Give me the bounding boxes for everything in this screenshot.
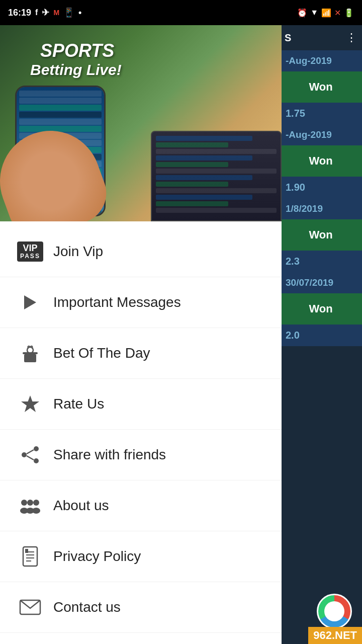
rp-row-won: Won [280,71,362,103]
rp-row-won: Won [280,219,362,251]
svg-line-10 [27,456,34,460]
hero-text-sports: SPORTS [40,40,114,61]
hero-text-betting: Betting Live! [30,61,122,78]
svg-point-16 [32,508,40,514]
rp-row-date: -Aug-2019 [280,124,362,145]
svg-point-12 [27,500,33,506]
rp-row-date: -Aug-2019 [280,50,362,71]
star-icon [15,389,45,419]
rp-row-date: 30/07/2019 [280,272,362,293]
right-panel-title: S [285,32,291,44]
share-icon [15,440,45,470]
svg-point-6 [34,446,39,451]
telegram-icon: ✈ [42,7,49,18]
rp-row-odds: 1.75 [280,103,362,124]
menu-label-contact-us: Contact us [53,599,121,615]
dot-icon: • [78,8,81,18]
svg-point-8 [22,452,27,457]
svg-marker-5 [21,395,39,412]
battery-icon: 🔋 [344,8,354,18]
menu-item-important-messages[interactable]: Important Messages [0,277,282,328]
svg-line-9 [27,450,34,454]
menu-label-about-us: About us [53,498,109,514]
rp-row-odds: 1.90 [280,177,362,198]
right-panel-header: S ⋮ [280,25,362,50]
battery-x-icon: ✕ [334,8,341,18]
facebook-icon: f [35,8,38,17]
gift-icon [15,338,45,368]
menu-item-contact-us[interactable]: Contact us [0,582,282,633]
menu-label-privacy-policy: Privacy Policy [53,548,141,565]
document-icon [15,541,45,572]
fab-inner [324,601,344,621]
right-panel-rows: -Aug-2019Won1.75-Aug-2019Won1.901/8/2019… [280,50,362,644]
rp-row-won: Won [280,293,362,325]
menu-item-join-vip[interactable]: VIPPASSJoin Vip [0,226,282,277]
menu-items: VIPPASSJoin VipImportant MessagesBet Of … [0,221,282,644]
vip-icon: VIPPASS [15,236,45,267]
status-icons-group: ⏰ ▼ 📶 ✕ 🔋 [297,8,354,18]
rp-row-odds: 2.3 [280,251,362,272]
gmail-icon: M [53,9,59,17]
email-icon [15,592,45,622]
menu-label-share-with-friends: Share with friends [53,447,166,463]
menu-item-rate-us[interactable]: Rate Us [0,379,282,430]
alarm-icon: ⏰ [297,8,307,18]
svg-rect-22 [25,549,28,553]
menu-label-bet-of-the-day: Bet Of The Day [53,345,150,361]
menu-label-rate-us: Rate Us [53,396,104,412]
status-bar: 16:19 f ✈ M 📱 • ⏰ ▼ 📶 ✕ 🔋 [0,0,362,25]
menu-item-bet-of-the-day[interactable]: Bet Of The Day [0,328,282,379]
menu-item-privacy-policy[interactable]: Privacy Policy [0,531,282,582]
whatsapp-icon: 📱 [63,7,74,18]
watermark: 962.NET [308,627,362,644]
laptop-mockup [151,131,282,221]
fab-button[interactable] [317,594,352,629]
wifi-icon: ▼ [310,8,318,17]
menu-label-join-vip: Join Vip [53,244,103,260]
people-icon [15,491,45,521]
rp-row-won: Won [280,145,362,177]
right-panel-menu-icon[interactable]: ⋮ [346,31,357,44]
svg-marker-0 [24,295,36,309]
arrow-icon [15,287,45,317]
rp-row-date: 1/8/2019 [280,198,362,219]
menu-item-share-with-friends[interactable]: Share with friends [0,430,282,480]
drawer: SPORTS Betting Live! VIPPASSJoin VipImpo… [0,25,282,644]
right-panel: S ⋮ -Aug-2019Won1.75-Aug-2019Won1.901/8/… [280,25,362,644]
rp-row-odds: 2.0 [280,325,362,346]
menu-item-about-us[interactable]: About us [0,480,282,531]
status-time-group: 16:19 f ✈ M 📱 • [8,7,81,18]
time-display: 16:19 [8,8,31,18]
svg-point-7 [34,458,39,463]
svg-point-11 [21,500,27,506]
signal-icon: 📶 [321,8,331,18]
menu-label-important-messages: Important Messages [53,294,181,310]
svg-point-13 [33,500,39,506]
hero-image: SPORTS Betting Live! [0,25,282,221]
